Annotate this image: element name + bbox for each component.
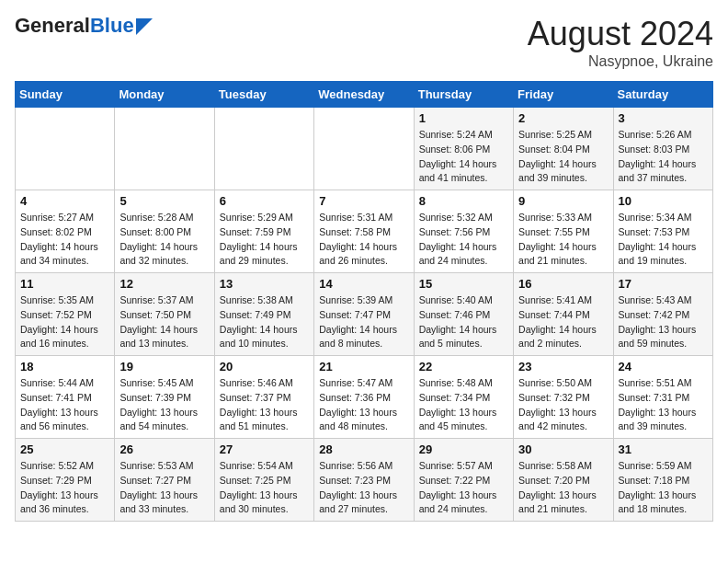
- table-row: 23Sunrise: 5:50 AMSunset: 7:32 PMDayligh…: [514, 356, 613, 439]
- table-row: 4Sunrise: 5:27 AMSunset: 8:02 PMDaylight…: [16, 190, 115, 273]
- table-row: 26Sunrise: 5:53 AMSunset: 7:27 PMDayligh…: [115, 439, 214, 522]
- table-row: 24Sunrise: 5:51 AMSunset: 7:31 PMDayligh…: [613, 356, 712, 439]
- day-info: Sunrise: 5:43 AMSunset: 7:42 PMDaylight:…: [619, 293, 708, 351]
- table-row: 3Sunrise: 5:26 AMSunset: 8:03 PMDaylight…: [613, 108, 712, 190]
- table-row: 15Sunrise: 5:40 AMSunset: 7:46 PMDayligh…: [414, 273, 513, 356]
- day-number: 30: [518, 442, 608, 456]
- logo-text: GeneralBlue: [15, 15, 134, 37]
- day-number: 19: [119, 360, 209, 373]
- day-info: Sunrise: 5:38 AMSunset: 7:49 PMDaylight:…: [220, 293, 309, 351]
- day-info: Sunrise: 5:46 AMSunset: 7:37 PMDaylight:…: [220, 376, 309, 434]
- day-number: 25: [20, 442, 109, 456]
- table-row: [115, 108, 214, 190]
- table-row: [314, 108, 414, 190]
- page-header: GeneralBlue August 2024 Nasypnoe, Ukrain…: [15, 15, 713, 70]
- day-number: 29: [419, 442, 508, 456]
- day-info: Sunrise: 5:29 AMSunset: 7:59 PMDaylight:…: [220, 211, 309, 269]
- calendar-table: Sunday Monday Tuesday Wednesday Thursday…: [15, 81, 713, 522]
- calendar-week-1: 1Sunrise: 5:24 AMSunset: 8:06 PMDaylight…: [16, 108, 713, 190]
- day-info: Sunrise: 5:25 AMSunset: 8:04 PMDaylight:…: [518, 128, 608, 186]
- table-row: 20Sunrise: 5:46 AMSunset: 7:37 PMDayligh…: [214, 356, 313, 439]
- day-info: Sunrise: 5:40 AMSunset: 7:46 PMDaylight:…: [419, 293, 508, 351]
- table-row: 19Sunrise: 5:45 AMSunset: 7:39 PMDayligh…: [115, 356, 214, 439]
- table-row: 28Sunrise: 5:56 AMSunset: 7:23 PMDayligh…: [314, 439, 414, 522]
- day-number: 26: [119, 442, 209, 456]
- header-saturday: Saturday: [613, 82, 712, 108]
- day-info: Sunrise: 5:51 AMSunset: 7:31 PMDaylight:…: [619, 376, 708, 434]
- day-info: Sunrise: 5:56 AMSunset: 7:23 PMDaylight:…: [319, 459, 408, 517]
- table-row: 30Sunrise: 5:58 AMSunset: 7:20 PMDayligh…: [514, 439, 613, 522]
- header-thursday: Thursday: [414, 82, 513, 108]
- calendar-week-2: 4Sunrise: 5:27 AMSunset: 8:02 PMDaylight…: [16, 190, 713, 273]
- table-row: 1Sunrise: 5:24 AMSunset: 8:06 PMDaylight…: [414, 108, 513, 190]
- day-info: Sunrise: 5:58 AMSunset: 7:20 PMDaylight:…: [518, 459, 608, 517]
- table-row: 22Sunrise: 5:48 AMSunset: 7:34 PMDayligh…: [414, 356, 513, 439]
- table-row: 10Sunrise: 5:34 AMSunset: 7:53 PMDayligh…: [613, 190, 712, 273]
- day-info: Sunrise: 5:52 AMSunset: 7:29 PMDaylight:…: [20, 459, 109, 517]
- day-info: Sunrise: 5:44 AMSunset: 7:41 PMDaylight:…: [20, 376, 109, 434]
- day-info: Sunrise: 5:28 AMSunset: 8:00 PMDaylight:…: [119, 211, 209, 269]
- day-info: Sunrise: 5:47 AMSunset: 7:36 PMDaylight:…: [319, 376, 408, 434]
- day-number: 18: [20, 360, 109, 373]
- day-info: Sunrise: 5:45 AMSunset: 7:39 PMDaylight:…: [119, 376, 209, 434]
- day-number: 10: [619, 194, 708, 208]
- calendar-month-year: August 2024: [528, 15, 713, 53]
- day-number: 20: [220, 360, 309, 373]
- day-info: Sunrise: 5:59 AMSunset: 7:18 PMDaylight:…: [619, 459, 708, 517]
- day-info: Sunrise: 5:24 AMSunset: 8:06 PMDaylight:…: [419, 128, 508, 186]
- day-info: Sunrise: 5:26 AMSunset: 8:03 PMDaylight:…: [619, 128, 708, 186]
- table-row: 21Sunrise: 5:47 AMSunset: 7:36 PMDayligh…: [314, 356, 414, 439]
- day-number: 17: [619, 277, 708, 291]
- day-info: Sunrise: 5:54 AMSunset: 7:25 PMDaylight:…: [220, 459, 309, 517]
- header-monday: Monday: [115, 82, 214, 108]
- header-friday: Friday: [514, 82, 613, 108]
- day-number: 11: [20, 277, 109, 291]
- day-number: 12: [119, 277, 209, 291]
- header-tuesday: Tuesday: [214, 82, 313, 108]
- svg-marker-0: [136, 18, 153, 35]
- table-row: 29Sunrise: 5:57 AMSunset: 7:22 PMDayligh…: [414, 439, 513, 522]
- table-row: 18Sunrise: 5:44 AMSunset: 7:41 PMDayligh…: [16, 356, 115, 439]
- day-number: 1: [419, 111, 508, 125]
- day-number: 2: [518, 111, 608, 125]
- logo-arrow-icon: [136, 18, 153, 35]
- day-info: Sunrise: 5:37 AMSunset: 7:50 PMDaylight:…: [119, 293, 209, 351]
- table-row: 7Sunrise: 5:31 AMSunset: 7:58 PMDaylight…: [314, 190, 414, 273]
- day-number: 16: [518, 277, 608, 291]
- table-row: 11Sunrise: 5:35 AMSunset: 7:52 PMDayligh…: [16, 273, 115, 356]
- day-number: 21: [319, 360, 408, 373]
- day-number: 22: [419, 360, 508, 373]
- day-info: Sunrise: 5:34 AMSunset: 7:53 PMDaylight:…: [619, 211, 708, 269]
- calendar-title-block: August 2024 Nasypnoe, Ukraine: [528, 15, 713, 70]
- calendar-header-row: Sunday Monday Tuesday Wednesday Thursday…: [16, 82, 713, 108]
- day-number: 3: [619, 111, 708, 125]
- day-info: Sunrise: 5:27 AMSunset: 8:02 PMDaylight:…: [20, 211, 109, 269]
- day-info: Sunrise: 5:32 AMSunset: 7:56 PMDaylight:…: [419, 211, 508, 269]
- day-number: 14: [319, 277, 408, 291]
- table-row: 12Sunrise: 5:37 AMSunset: 7:50 PMDayligh…: [115, 273, 214, 356]
- day-number: 7: [319, 194, 408, 208]
- calendar-week-5: 25Sunrise: 5:52 AMSunset: 7:29 PMDayligh…: [16, 439, 713, 522]
- calendar-week-3: 11Sunrise: 5:35 AMSunset: 7:52 PMDayligh…: [16, 273, 713, 356]
- day-number: 28: [319, 442, 408, 456]
- table-row: [16, 108, 115, 190]
- day-number: 13: [220, 277, 309, 291]
- day-number: 9: [518, 194, 608, 208]
- table-row: 31Sunrise: 5:59 AMSunset: 7:18 PMDayligh…: [613, 439, 712, 522]
- day-number: 5: [119, 194, 209, 208]
- table-row: 25Sunrise: 5:52 AMSunset: 7:29 PMDayligh…: [16, 439, 115, 522]
- day-number: 23: [518, 360, 608, 373]
- day-number: 4: [20, 194, 109, 208]
- table-row: 16Sunrise: 5:41 AMSunset: 7:44 PMDayligh…: [514, 273, 613, 356]
- day-info: Sunrise: 5:53 AMSunset: 7:27 PMDaylight:…: [119, 459, 209, 517]
- day-number: 27: [220, 442, 309, 456]
- table-row: 13Sunrise: 5:38 AMSunset: 7:49 PMDayligh…: [214, 273, 313, 356]
- table-row: 6Sunrise: 5:29 AMSunset: 7:59 PMDaylight…: [214, 190, 313, 273]
- day-info: Sunrise: 5:33 AMSunset: 7:55 PMDaylight:…: [518, 211, 608, 269]
- table-row: 17Sunrise: 5:43 AMSunset: 7:42 PMDayligh…: [613, 273, 712, 356]
- day-info: Sunrise: 5:31 AMSunset: 7:58 PMDaylight:…: [319, 211, 408, 269]
- day-info: Sunrise: 5:35 AMSunset: 7:52 PMDaylight:…: [20, 293, 109, 351]
- table-row: 8Sunrise: 5:32 AMSunset: 7:56 PMDaylight…: [414, 190, 513, 273]
- day-number: 31: [619, 442, 708, 456]
- day-number: 24: [619, 360, 708, 373]
